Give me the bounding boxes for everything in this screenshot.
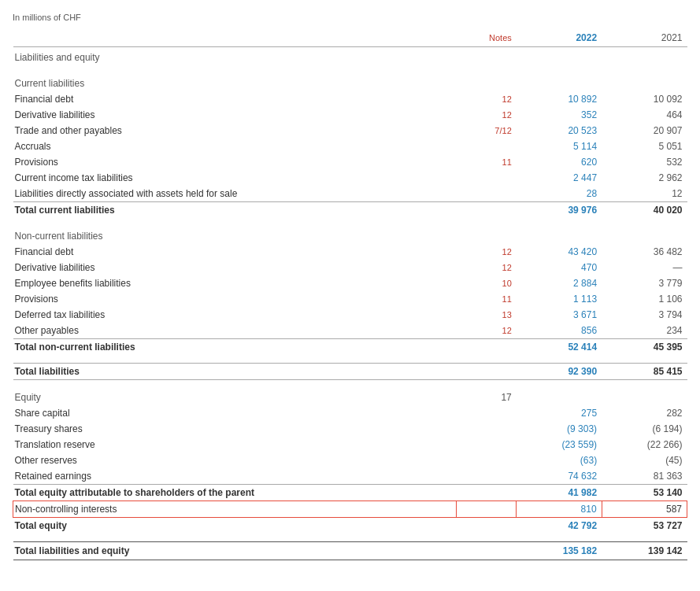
row-label: Financial debt <box>13 91 457 107</box>
row-label: Retained earnings <box>13 468 457 485</box>
row-val-2022: 10 892 <box>517 91 602 107</box>
spacer-row <box>13 218 687 226</box>
table-row: Total equity attributable to shareholder… <box>13 485 687 501</box>
row-label: Equity <box>13 387 457 405</box>
row-val-2021: 12 <box>602 186 687 202</box>
row-val-2021: 3 794 <box>602 307 687 323</box>
row-val-2021: 5 051 <box>602 139 687 154</box>
row-notes <box>457 186 517 202</box>
table-row: Treasury shares(9 303)(6 194) <box>13 421 687 437</box>
table-row: Other reserves(63)(45) <box>13 452 687 468</box>
row-val-2021 <box>602 47 687 66</box>
row-val-2022: 2 884 <box>517 275 602 291</box>
row-label: Financial debt <box>13 244 457 260</box>
table-row: Non-controlling interests810587 <box>13 501 687 518</box>
row-label: Current liabilities <box>13 73 457 91</box>
row-val-2021: 464 <box>602 107 687 123</box>
row-label: Deferred tax liabilities <box>13 307 457 323</box>
table-row: Accruals5 1145 051 <box>13 139 687 154</box>
row-val-2022 <box>517 47 602 66</box>
row-notes <box>457 541 517 560</box>
row-notes: 11 <box>457 291 517 307</box>
row-val-2021: 20 907 <box>602 123 687 139</box>
row-val-2021: (45) <box>602 452 687 468</box>
row-notes <box>457 485 517 501</box>
row-val-2021: 587 <box>602 501 687 518</box>
row-val-2021: — <box>602 260 687 275</box>
row-notes <box>457 226 517 244</box>
row-val-2022 <box>517 226 602 244</box>
row-val-2022: 810 <box>517 501 602 518</box>
row-notes: 17 <box>457 387 517 405</box>
table-row: Liabilities and equity <box>13 47 687 66</box>
row-notes: 11 <box>457 154 517 170</box>
row-label: Total current liabilities <box>13 202 457 219</box>
row-val-2022: 620 <box>517 154 602 170</box>
row-val-2021: 234 <box>602 323 687 339</box>
spacer-row <box>13 355 687 363</box>
row-val-2021: 282 <box>602 405 687 421</box>
row-label: Total liabilities and equity <box>13 541 457 560</box>
row-label: Non-current liabilities <box>13 226 457 244</box>
row-notes <box>457 73 517 91</box>
row-label: Other payables <box>13 323 457 339</box>
row-notes: 12 <box>457 107 517 123</box>
row-label: Non-controlling interests <box>13 501 457 518</box>
row-label: Provisions <box>13 154 457 170</box>
row-val-2021: 85 415 <box>602 363 687 379</box>
table-row: Trade and other payables7/1220 52320 907 <box>13 123 687 139</box>
row-notes <box>457 170 517 186</box>
row-val-2022: 470 <box>517 260 602 275</box>
row-val-2021: 532 <box>602 154 687 170</box>
table-header: Notes 2022 2021 <box>13 30 687 47</box>
row-val-2022: 74 632 <box>517 468 602 485</box>
row-val-2022: 20 523 <box>517 123 602 139</box>
row-val-2021: 36 482 <box>602 244 687 260</box>
row-val-2022: (23 559) <box>517 437 602 452</box>
table-row: Share capital275282 <box>13 405 687 421</box>
row-notes: 13 <box>457 307 517 323</box>
row-notes <box>457 437 517 452</box>
table-row: Total liabilities92 39085 415 <box>13 363 687 379</box>
table-row: Other payables12856234 <box>13 323 687 339</box>
table-row: Derivative liabilities12352464 <box>13 107 687 123</box>
row-notes <box>457 405 517 421</box>
row-label: Trade and other payables <box>13 123 457 139</box>
table-row: Financial debt1243 42036 482 <box>13 244 687 260</box>
row-val-2022: 92 390 <box>517 363 602 379</box>
row-notes <box>457 452 517 468</box>
table-row: Employee benefits liabilities102 8843 77… <box>13 275 687 291</box>
table-row: Equity17 <box>13 387 687 405</box>
year-2021-header: 2021 <box>602 30 687 47</box>
row-notes <box>457 47 517 66</box>
row-val-2022: 352 <box>517 107 602 123</box>
row-val-2021: (6 194) <box>602 421 687 437</box>
row-val-2021: 81 363 <box>602 468 687 485</box>
subtitle: In millions of CHF <box>13 13 687 22</box>
row-notes <box>457 339 517 356</box>
row-notes: 12 <box>457 244 517 260</box>
row-notes: 12 <box>457 323 517 339</box>
spacer-row <box>13 65 687 73</box>
row-val-2022: 39 976 <box>517 202 602 219</box>
row-val-2021: 40 020 <box>602 202 687 219</box>
row-val-2022: 856 <box>517 323 602 339</box>
row-val-2021 <box>602 226 687 244</box>
row-val-2021: 2 962 <box>602 170 687 186</box>
table-row: Non-current liabilities <box>13 226 687 244</box>
table-row: Total current liabilities39 97640 020 <box>13 202 687 219</box>
row-notes <box>457 363 517 379</box>
table-row: Deferred tax liabilities133 6713 794 <box>13 307 687 323</box>
row-val-2022: 3 671 <box>517 307 602 323</box>
row-notes <box>457 421 517 437</box>
row-val-2021: 1 106 <box>602 291 687 307</box>
row-val-2021 <box>602 387 687 405</box>
row-label: Other reserves <box>13 452 457 468</box>
row-label: Total equity <box>13 518 457 534</box>
row-label: Accruals <box>13 139 457 154</box>
row-val-2021: 45 395 <box>602 339 687 356</box>
row-val-2022: 43 420 <box>517 244 602 260</box>
row-label: Current income tax liabilities <box>13 170 457 186</box>
row-val-2021 <box>602 73 687 91</box>
row-val-2022: 275 <box>517 405 602 421</box>
